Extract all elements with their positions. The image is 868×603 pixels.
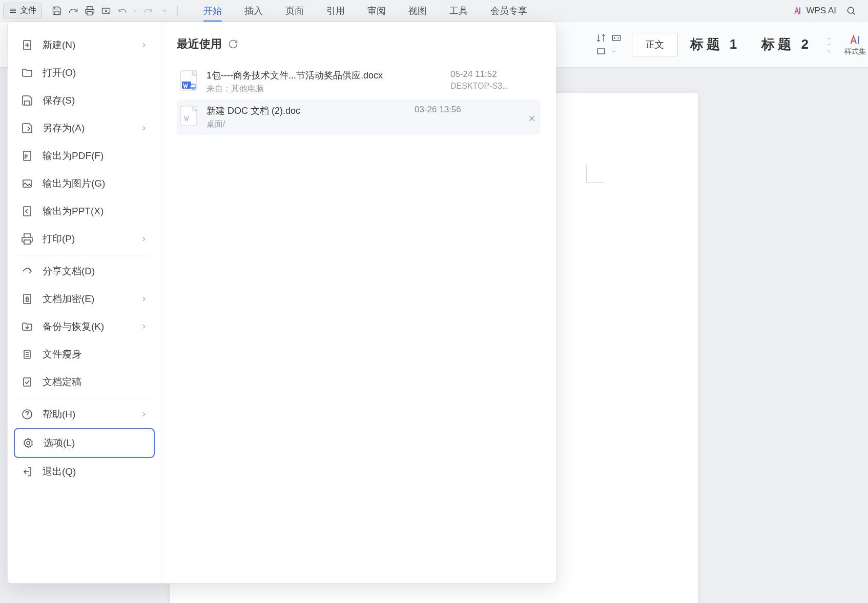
undo-icon [118,6,127,15]
menu-print[interactable]: 打印(P) [14,225,155,253]
recent-header: 最近使用 [177,36,541,52]
menu-encrypt[interactable]: 文档加密(E) [14,285,155,313]
recent-info: 1包----商务技术文件...节活动奖品供应.docx 来自：其他电脑 [206,69,441,94]
tab-insert[interactable]: 插入 [233,1,274,21]
file-menu-panel: 新建(N) 打开(O) 保存(S) 另存为(A) 输出为PDF(F) 输出为图片… [7,22,556,584]
print-icon [21,233,33,245]
help-icon [21,408,33,420]
tab-tools[interactable]: 工具 [438,1,479,21]
top-toolbar: 文件 开始 插入 页面 引用 审阅 视图 [0,0,868,22]
styles-expand[interactable] [824,36,834,53]
exit-icon [21,466,33,478]
file-menu-button[interactable]: 文件 [3,3,42,18]
tab-view[interactable]: 视图 [397,1,438,21]
ribbon-mini-controls [596,33,622,56]
menu-label: 选项(L) [44,436,75,450]
print-icon [85,6,95,16]
menu-backup[interactable]: 备份与恢复(K) [14,313,155,340]
chevron-right-icon [140,125,148,132]
save-icon [52,6,62,16]
menu-share[interactable]: 分享文档(D) [14,257,155,285]
tab-home[interactable]: 开始 [192,1,233,21]
chevron-up-icon [826,36,832,41]
svg-line-7 [853,12,855,14]
style-set-button[interactable]: 样式集 [844,33,866,56]
tab-review[interactable]: 审阅 [356,1,397,21]
file-menu-content: 最近使用 1包----商务技术文件...节活动奖品供应.docx 来自：其他电脑… [161,22,556,583]
toolbar-separator [177,5,178,16]
divider [19,398,150,398]
undo-button[interactable] [115,3,130,18]
menu-export-ppt[interactable]: 输出为PPT(X) [14,197,155,225]
menu-label: 打印(P) [43,232,75,246]
file-menu-sidebar: 新建(N) 打开(O) 保存(S) 另存为(A) 输出为PDF(F) 输出为图片… [8,22,161,583]
lock-icon [21,293,33,305]
menu-help[interactable]: 帮助(H) [14,400,155,428]
recent-source: 桌面/ [206,119,405,130]
menu-exit[interactable]: 退出(Q) [14,458,155,486]
style-heading1[interactable]: 标题 1 [681,32,750,56]
recent-source: 来自：其他电脑 [206,84,441,94]
menu-finalize[interactable]: 文档定稿 [14,368,155,396]
quick-access-toolbar [49,3,172,18]
menu-label: 输出为PPT(X) [43,205,104,218]
sync-button[interactable] [66,3,81,18]
menu-label: 另存为(A) [43,122,85,135]
menu-save[interactable]: 保存(S) [14,87,155,114]
save-button[interactable] [49,3,65,18]
image-icon [21,177,33,190]
print-preview-button[interactable] [98,3,114,18]
fit-icon[interactable] [611,33,622,43]
style-set-icon [849,33,862,46]
menu-options[interactable]: 选项(L) [14,428,155,458]
style-heading2[interactable]: 标题 2 [752,32,821,56]
print-button[interactable] [82,3,97,18]
menu-open[interactable]: 打开(O) [14,59,155,87]
menu-slim[interactable]: 文件瘦身 [14,340,155,368]
menu-label: 新建(N) [43,38,75,52]
redo-icon [143,6,153,15]
menu-export-image[interactable]: 输出为图片(G) [14,170,155,197]
qat-customize[interactable] [157,3,172,18]
tab-reference[interactable]: 引用 [315,1,356,21]
menu-label: 分享文档(D) [43,265,95,278]
recent-filename: 新建 DOC 文档 (2).doc [206,105,391,117]
menu-label: 文件瘦身 [43,348,81,361]
chevron-down-icon [133,8,138,13]
menu-label: 文档定稿 [43,375,81,389]
recent-meta: 05-24 11:52 DESKTOP-S3... [450,69,538,91]
recent-meta: 03-26 13:56 [415,105,502,117]
menu-label: 帮助(H) [43,408,75,421]
pdf-icon [21,150,33,162]
chevron-right-icon [140,42,148,49]
recent-item[interactable]: 1包----商务技术文件...节活动奖品供应.docx 来自：其他电脑 05-2… [177,64,541,99]
recent-remove-button[interactable] [526,113,538,124]
margin-mark [586,165,604,183]
refresh-icon[interactable] [228,39,238,49]
redo-button[interactable] [140,3,156,18]
svg-rect-8 [612,35,620,41]
cell-icon[interactable] [596,46,606,56]
recent-item[interactable]: 新建 DOC 文档 (2).doc 桌面/ 03-26 13:56 [177,99,541,135]
svg-rect-19 [26,299,28,302]
new-icon [21,39,33,51]
chevron-down-icon[interactable] [611,49,616,54]
menu-label: 保存(S) [43,94,75,107]
wps-ai-button[interactable]: WPS AI [794,6,836,16]
sort-icon[interactable] [596,33,606,43]
file-menu-label: 文件 [20,5,36,16]
check-icon [21,376,33,388]
menu-new[interactable]: 新建(N) [14,31,155,59]
svg-rect-17 [24,240,30,244]
search-button[interactable] [843,3,859,18]
menu-export-pdf[interactable]: 输出为PDF(F) [14,142,155,170]
svg-rect-16 [24,207,31,216]
toolbar-right: WPS AI [794,3,865,18]
undo-dropdown[interactable] [131,3,139,18]
menu-save-as[interactable]: 另存为(A) [14,114,155,142]
tab-page[interactable]: 页面 [274,1,315,21]
tab-member[interactable]: 会员专享 [479,1,539,21]
style-normal[interactable]: 正文 [632,33,678,56]
chevron-down-icon [826,42,832,47]
svg-point-27 [27,441,30,445]
